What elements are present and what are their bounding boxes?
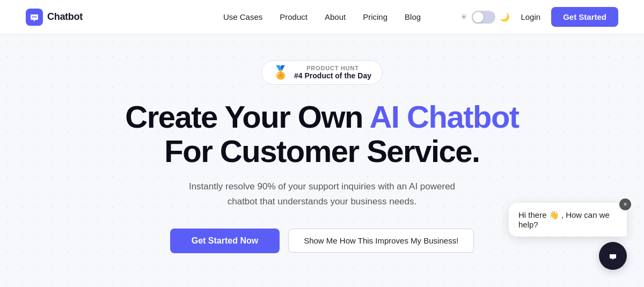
navbar: Chatbot Use Cases Product About Pricing … — [0, 0, 644, 34]
svg-point-2 — [34, 16, 35, 17]
logo-area: Chatbot — [26, 9, 83, 26]
nav-product[interactable]: Product — [280, 12, 308, 21]
hero-title-part2: For Customer Service. — [164, 134, 479, 168]
show-me-button[interactable]: Show Me How This Improves My Business! — [288, 229, 474, 253]
medal-icon: 🏅 — [273, 65, 289, 80]
login-button[interactable]: Login — [521, 12, 540, 21]
svg-point-3 — [35, 16, 36, 17]
toggle-thumb — [473, 12, 484, 23]
hero-title-highlight: AI Chatbot — [369, 99, 518, 134]
theme-toggle-area: ☀ 🌙 — [460, 11, 510, 24]
nav-pricing[interactable]: Pricing — [363, 12, 387, 21]
chatbot-logo-icon — [26, 9, 43, 26]
get-started-main-button[interactable]: Get Started Now — [170, 229, 280, 253]
chat-close-button[interactable]: × — [619, 198, 631, 210]
hero-cta-row: Get Started Now Show Me How This Improve… — [170, 229, 474, 253]
sun-icon: ☀ — [460, 12, 467, 22]
product-hunt-badge: 🏅 PRODUCT HUNT #4 Product of the Day — [261, 60, 383, 85]
moon-icon: 🌙 — [500, 12, 510, 22]
hero-subtitle: Instantly resolve 90% of your support in… — [182, 179, 462, 209]
svg-point-1 — [32, 16, 33, 17]
badge-eyebrow: PRODUCT HUNT — [294, 65, 371, 71]
chat-widget: × Hi there 👋 , How can we help? — [509, 203, 627, 270]
badge-content: PRODUCT HUNT #4 Product of the Day — [294, 65, 371, 80]
chat-bubble-text: Hi there 👋 , How can we help? — [518, 210, 610, 229]
hero-title: Create Your Own AI Chatbot For Customer … — [125, 100, 518, 168]
theme-toggle[interactable] — [472, 11, 495, 24]
logo-text: Chatbot — [47, 11, 83, 23]
nav-about[interactable]: About — [325, 12, 346, 21]
badge-value: #4 Product of the Day — [294, 71, 371, 80]
chat-launcher-icon — [606, 249, 620, 263]
nav-use-cases[interactable]: Use Cases — [223, 12, 262, 21]
nav-blog[interactable]: Blog — [405, 12, 421, 21]
chat-launcher-button[interactable] — [599, 242, 627, 270]
nav-links: Use Cases Product About Pricing Blog — [223, 12, 421, 21]
get-started-nav-button[interactable]: Get Started — [551, 7, 618, 27]
navbar-right: ☀ 🌙 Login Get Started — [460, 7, 618, 27]
chat-bubble: × Hi there 👋 , How can we help? — [509, 203, 627, 237]
hero-title-part1: Create Your Own — [125, 99, 369, 134]
